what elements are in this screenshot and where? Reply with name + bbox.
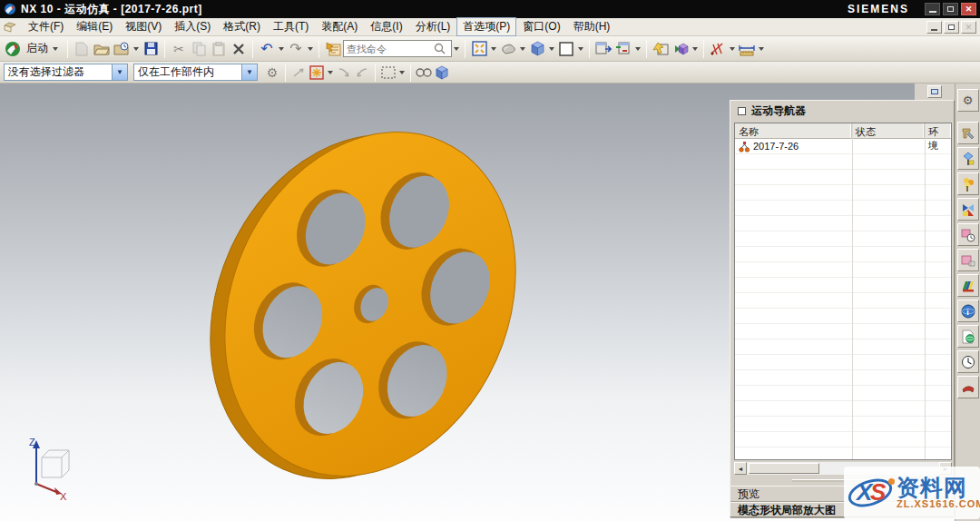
window-dropdown-caret[interactable] (635, 47, 641, 51)
motion-navigator-tree[interactable]: 名称 状态 环境 2017-7-26 (734, 123, 952, 460)
menu-item-information[interactable]: 信息(I) (364, 17, 408, 36)
viewport-restore-button[interactable] (927, 85, 942, 98)
resource-bar-options-button[interactable]: ⚙ (957, 89, 979, 112)
tab-web-browser[interactable] (957, 325, 979, 348)
window-switch-button[interactable] (613, 39, 633, 59)
tab-part-navigator[interactable] (957, 172, 979, 195)
orientation-dropdown-caret[interactable] (549, 47, 554, 51)
snap-enabled-button[interactable] (308, 64, 326, 82)
tab-history-palette[interactable] (957, 350, 979, 373)
redo-dropdown-caret[interactable] (308, 47, 313, 51)
solid-cube-button[interactable] (433, 64, 451, 82)
new-file-button[interactable] (72, 39, 92, 59)
tree-row-simulation[interactable]: 2017-7-26 (735, 139, 951, 154)
redo-button[interactable]: ↷ (286, 39, 306, 59)
selection-filter-caret[interactable]: ▼ (112, 64, 127, 80)
shaded-view-button[interactable] (498, 39, 518, 59)
refresh-display-button[interactable] (651, 39, 671, 59)
menu-item-file[interactable]: 文件(F) (22, 17, 70, 36)
snap-dropdown-caret[interactable] (328, 71, 333, 74)
measure-button[interactable] (708, 39, 728, 59)
tab-hd3d-tools[interactable] (957, 223, 979, 246)
tab-history[interactable] (957, 274, 979, 297)
show-window-button[interactable] (593, 39, 613, 59)
menu-item-window[interactable]: 窗口(O) (516, 17, 566, 36)
nx-app-icon[interactable] (3, 39, 23, 59)
save-button[interactable] (141, 39, 161, 59)
fit-dropdown-caret[interactable] (491, 47, 496, 51)
paste-button[interactable] (209, 39, 229, 59)
selection-filter-combo[interactable]: 没有选择过滤器 ▼ (4, 64, 128, 81)
tab-constraint-navigator[interactable] (957, 147, 979, 170)
column-header-status[interactable]: 状态 (852, 123, 925, 138)
start-button[interactable]: 启动 (23, 39, 64, 58)
restore-button[interactable] (943, 3, 958, 15)
menu-item-edit[interactable]: 编辑(E) (70, 17, 119, 36)
menu-item-analysis[interactable]: 分析(L) (409, 17, 457, 36)
tree-item-label[interactable]: 2017-7-26 (753, 141, 799, 152)
distance-dropdown-caret[interactable] (759, 47, 764, 51)
filter-gear-icon[interactable]: ⚙ (263, 64, 281, 82)
scroll-left-button[interactable]: ◄ (734, 462, 747, 475)
undo-button[interactable]: ↶ (257, 39, 277, 59)
measure-distance-button[interactable] (737, 39, 757, 59)
tab-reuse-library[interactable] (957, 198, 979, 221)
marquee-dropdown-caret[interactable] (399, 71, 405, 74)
start-button-label: 启动 (26, 41, 48, 56)
close-button[interactable]: ✕ (961, 3, 976, 15)
tab-assembly-navigator[interactable] (957, 122, 979, 144)
scrollbar-thumb[interactable] (749, 463, 819, 474)
selection-scope-combo[interactable]: 仅在工作部件内 ▼ (133, 64, 258, 81)
search-icon[interactable] (434, 43, 446, 54)
wheel-face[interactable] (172, 85, 568, 521)
toolbar-separator (252, 40, 253, 58)
menu-item-preferences[interactable]: 首选项(P) (456, 17, 516, 36)
shaded-dropdown-caret[interactable] (520, 47, 525, 51)
tab-internet-explorer[interactable]: i (957, 300, 979, 322)
command-search-input[interactable] (347, 44, 434, 54)
open-recent-button[interactable] (112, 39, 132, 59)
menu-item-assemblies[interactable]: 装配(A) (315, 17, 364, 36)
delete-button[interactable] (229, 39, 249, 59)
selection-scope-caret[interactable]: ▼ (241, 64, 257, 80)
update-model-button[interactable] (671, 39, 691, 59)
command-finder-button[interactable] (323, 39, 343, 59)
view-orientation-button[interactable] (527, 39, 547, 59)
snap-arc-center-button[interactable] (335, 64, 353, 82)
open-file-button[interactable] (92, 39, 112, 59)
command-search (343, 40, 452, 57)
orientation-triad[interactable]: Z X (29, 437, 69, 502)
view-style-button[interactable] (556, 39, 576, 59)
child-restore-button[interactable] (944, 21, 959, 34)
menu-item-view[interactable]: 视图(V) (119, 17, 168, 36)
open-dropdown-caret[interactable] (133, 47, 139, 51)
menu-item-help[interactable]: 帮助(H) (567, 17, 617, 36)
measure-dropdown-caret[interactable] (730, 47, 735, 51)
cut-button[interactable]: ✂ (169, 39, 189, 59)
panel-window-icon[interactable] (738, 107, 746, 115)
menu-item-tools[interactable]: 工具(T) (267, 17, 315, 36)
fit-view-button[interactable] (469, 39, 489, 59)
menu-item-format[interactable]: 格式(R) (217, 17, 267, 36)
menu-item-insert[interactable]: 插入(S) (168, 17, 217, 36)
snap-point-button[interactable] (289, 64, 308, 82)
copy-button[interactable] (189, 39, 209, 59)
column-header-environment[interactable]: 环境 (925, 123, 951, 138)
column-header-name[interactable]: 名称 (735, 123, 852, 138)
column-divider[interactable] (852, 123, 853, 459)
chevron-down-icon[interactable] (53, 47, 58, 51)
minimize-button[interactable] (925, 3, 940, 15)
snap-tangent-button[interactable] (353, 64, 371, 82)
search-dropdown-caret[interactable] (454, 47, 459, 51)
tab-roles[interactable] (957, 376, 979, 398)
child-minimize-button[interactable] (926, 21, 942, 34)
child-close-button[interactable]: ✕ (961, 21, 976, 34)
undo-dropdown-caret[interactable] (279, 47, 284, 51)
style-dropdown-caret[interactable] (578, 47, 583, 51)
update-dropdown-caret[interactable] (692, 47, 698, 51)
tab-dependencies[interactable] (957, 249, 979, 271)
system-menu-icon[interactable] (4, 22, 16, 33)
column-divider[interactable] (925, 123, 926, 459)
marquee-select-button[interactable] (379, 64, 397, 82)
highlight-glasses-button[interactable] (415, 64, 433, 82)
